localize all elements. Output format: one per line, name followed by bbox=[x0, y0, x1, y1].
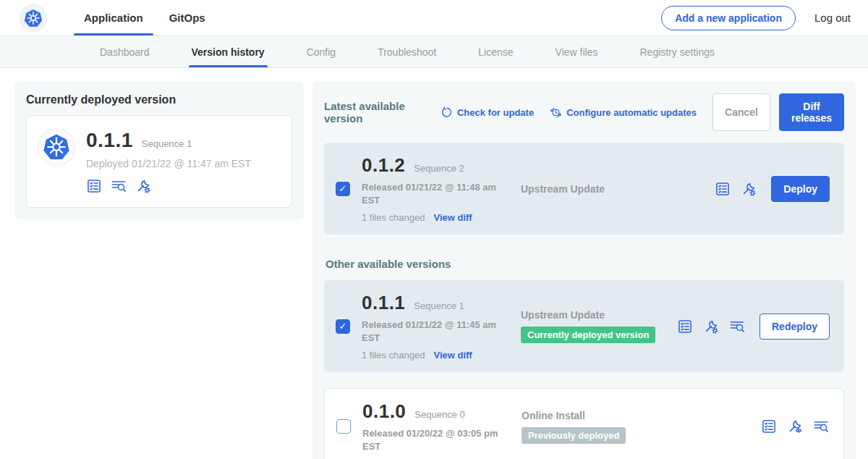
subnav-license[interactable]: License bbox=[478, 36, 513, 67]
deployed-panel-title: Currently deployed version bbox=[26, 93, 292, 106]
release-notes-icon[interactable] bbox=[715, 181, 731, 197]
released-timestamp: Released 01/20/22 @ 03:05 pm EST bbox=[362, 427, 500, 452]
release-notes-icon[interactable] bbox=[761, 418, 777, 434]
previously-deployed-badge: Previously deployed bbox=[522, 427, 626, 444]
configure-auto-updates-link[interactable]: Configure automatic updates bbox=[550, 106, 697, 119]
version-checkbox[interactable]: ✓ bbox=[336, 319, 350, 334]
refresh-icon bbox=[441, 106, 453, 119]
subnav-version-history[interactable]: Version history bbox=[192, 36, 265, 67]
version-card-0-1-2: ✓ 0.1.2 Sequence 2 Released 01/21/22 @ 1… bbox=[324, 143, 844, 235]
logout-link[interactable]: Log out bbox=[814, 12, 851, 24]
view-files-icon[interactable] bbox=[111, 178, 127, 194]
subnav-dashboard[interactable]: Dashboard bbox=[100, 36, 150, 67]
version-source-label: Upstream Update bbox=[521, 183, 715, 195]
version-checkbox[interactable] bbox=[336, 419, 351, 434]
available-header: Latest available version Check for updat… bbox=[324, 93, 844, 131]
version-number: 0.1.1 bbox=[362, 292, 405, 314]
sequence-label: Sequence 1 bbox=[414, 300, 464, 311]
tab-application[interactable]: Application bbox=[71, 0, 156, 35]
main-content: Currently deployed version 0.1.1 Sequenc… bbox=[0, 68, 868, 459]
version-checkbox[interactable]: ✓ bbox=[336, 182, 350, 196]
sequence-label: Sequence 2 bbox=[414, 163, 464, 174]
top-header: Application GitOps Add a new application… bbox=[0, 0, 868, 36]
sequence-label: Sequence 0 bbox=[414, 409, 464, 420]
released-timestamp: Released 01/21/22 @ 11:45 am EST bbox=[362, 319, 499, 344]
version-source-label: Upstream Update bbox=[521, 309, 677, 321]
deployed-timestamp: Deployed 01/21/22 @ 11:47 am EST bbox=[86, 158, 280, 169]
version-number: 0.1.0 bbox=[362, 400, 406, 423]
redeploy-button[interactable]: Redeploy bbox=[760, 313, 830, 340]
released-timestamp: Released 01/21/22 @ 11:48 am EST bbox=[362, 181, 499, 206]
view-files-icon[interactable] bbox=[729, 319, 745, 334]
view-diff-link[interactable]: View diff bbox=[433, 350, 472, 361]
view-files-icon[interactable] bbox=[813, 418, 829, 434]
app-subnav: Dashboard Version history Config Trouble… bbox=[0, 36, 868, 68]
clock-refresh-icon bbox=[550, 106, 562, 119]
kubernetes-app-icon bbox=[38, 129, 75, 165]
edit-config-icon[interactable] bbox=[703, 319, 719, 334]
version-number: 0.1.2 bbox=[362, 154, 405, 177]
tab-gitops[interactable]: GitOps bbox=[156, 0, 218, 35]
edit-config-icon[interactable] bbox=[135, 178, 151, 194]
version-card-0-1-1: ✓ 0.1.1 Sequence 1 Released 01/21/22 @ 1… bbox=[324, 280, 844, 372]
kubernetes-logo-icon bbox=[20, 5, 46, 31]
deployed-version-card: 0.1.1 Sequence 1 Deployed 01/21/22 @ 11:… bbox=[26, 115, 292, 208]
version-card-0-1-0: 0.1.0 Sequence 0 Released 01/20/22 @ 03:… bbox=[324, 388, 844, 459]
files-changed-label: 1 files changed bbox=[362, 212, 425, 223]
configure-auto-updates-label: Configure automatic updates bbox=[566, 107, 697, 118]
currently-deployed-badge: Currently deployed version bbox=[521, 327, 655, 343]
header-tabs: Application GitOps bbox=[71, 0, 218, 35]
cancel-button[interactable]: Cancel bbox=[712, 93, 770, 131]
check-icon: ✓ bbox=[339, 184, 347, 193]
header-right: Add a new application Log out bbox=[661, 0, 851, 35]
view-diff-link[interactable]: View diff bbox=[433, 212, 472, 223]
deployed-version-number: 0.1.1 bbox=[86, 129, 133, 152]
app-logo[interactable] bbox=[20, 0, 46, 35]
check-icon: ✓ bbox=[339, 321, 347, 331]
subnav-registry-settings[interactable]: Registry settings bbox=[639, 36, 714, 67]
diff-releases-button[interactable]: Diff releases bbox=[779, 93, 844, 131]
available-panel-title: Latest available version bbox=[324, 100, 430, 125]
subnav-view-files[interactable]: View files bbox=[556, 36, 598, 67]
check-for-update-link[interactable]: Check for update bbox=[441, 106, 534, 119]
release-notes-icon[interactable] bbox=[677, 319, 693, 334]
add-application-button[interactable]: Add a new application bbox=[661, 6, 796, 30]
version-source-label: Online Install bbox=[522, 410, 761, 421]
edit-config-icon[interactable] bbox=[741, 181, 757, 197]
available-versions-panel: Latest available version Check for updat… bbox=[312, 82, 856, 459]
deploy-button[interactable]: Deploy bbox=[771, 176, 830, 202]
other-versions-title: Other available versions bbox=[326, 258, 844, 270]
release-notes-icon[interactable] bbox=[86, 178, 102, 194]
files-changed-label: 1 files changed bbox=[362, 350, 425, 361]
check-for-update-label: Check for update bbox=[457, 107, 534, 118]
subnav-config[interactable]: Config bbox=[307, 36, 336, 67]
subnav-troubleshoot[interactable]: Troubleshoot bbox=[378, 36, 436, 67]
view-config-icon[interactable] bbox=[787, 418, 803, 434]
currently-deployed-panel: Currently deployed version 0.1.1 Sequenc… bbox=[14, 82, 304, 219]
deployed-sequence-label: Sequence 1 bbox=[142, 138, 192, 149]
